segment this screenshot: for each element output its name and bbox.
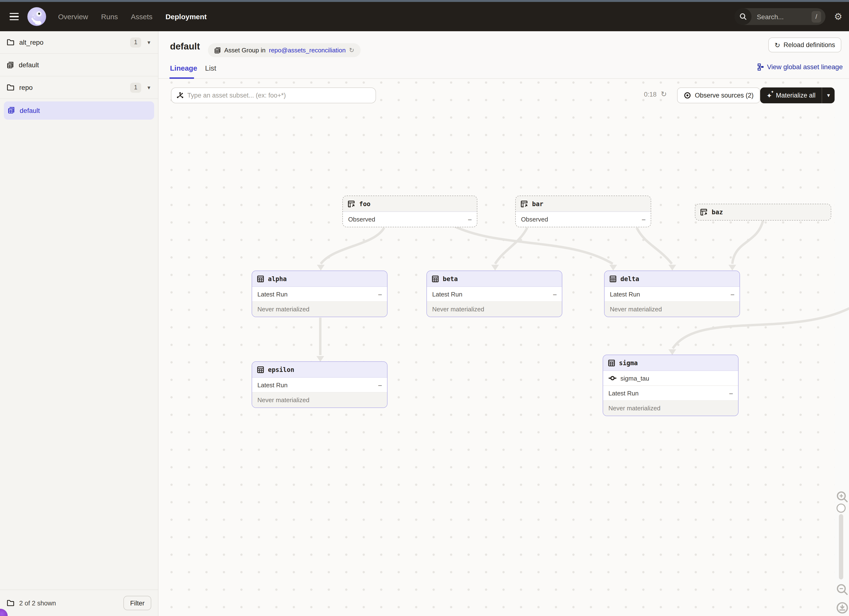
- asset-count-badge: 1: [130, 82, 141, 92]
- asset-node-header: baz: [696, 204, 831, 220]
- asset-group-pill: Asset Group in repo@assets_reconciliatio…: [208, 43, 360, 57]
- asset-status-row: Never materialized: [605, 302, 740, 317]
- lineage-graph-icon: [758, 63, 764, 70]
- materialize-options-caret[interactable]: ▼: [822, 93, 835, 98]
- zoom-in-icon[interactable]: [836, 491, 849, 503]
- subset-placeholder: Type an asset subset... (ex: foo+*): [187, 92, 286, 99]
- nav-runs[interactable]: Runs: [101, 12, 118, 21]
- zoom-slider-handle[interactable]: [837, 504, 846, 513]
- asset-group-icon: [214, 47, 221, 54]
- asset-status-row: Never materialized: [252, 392, 387, 407]
- chevron-down-icon[interactable]: ▼: [146, 40, 151, 45]
- asset-count-badge: 1: [130, 37, 141, 47]
- asset-node-baz[interactable]: baz: [695, 204, 831, 221]
- zoom-controls: [835, 79, 849, 616]
- folder-icon: [7, 39, 14, 46]
- asset-subset-input[interactable]: Type an asset subset... (ex: foo+*): [171, 88, 376, 103]
- asset-status-row: Never materialized: [427, 302, 562, 317]
- sidebar-item-repo[interactable]: repo 1 ▼: [0, 76, 158, 99]
- asset-stat-row: Latest Run–: [605, 287, 740, 302]
- asset-status-row: Never materialized: [603, 401, 738, 416]
- observe-eye-icon: [684, 92, 691, 99]
- asset-name: epsilon: [268, 366, 294, 373]
- sidebar-item-default-selected[interactable]: default: [0, 99, 158, 122]
- folder-icon: [7, 84, 14, 91]
- asset-group-icon: [8, 107, 15, 114]
- sidebar-item-alt-repo[interactable]: alt_repo 1 ▼: [0, 31, 158, 54]
- window-top-strip: [0, 0, 849, 2]
- asset-node-delta[interactable]: deltaLatest Run–Never materialized: [604, 270, 740, 317]
- materialize-all-button[interactable]: ✦✦ Materialize all: [760, 92, 822, 99]
- page-header: default Asset Group in repo@assets_recon…: [158, 31, 849, 60]
- app-window: Overview Runs Assets Deployment Search..…: [0, 0, 849, 616]
- asset-table-icon: [608, 359, 615, 366]
- folder-icon: [7, 600, 14, 606]
- reload-definitions-button[interactable]: ↻ Reload definitions: [768, 37, 841, 52]
- asset-node-epsilon[interactable]: epsilonLatest Run–Never materialized: [252, 361, 387, 408]
- asset-node-header: foo: [343, 196, 477, 212]
- refresh-icon: ↻: [775, 41, 780, 49]
- asset-stat-row: Latest Run–: [252, 287, 387, 302]
- search-icon: [735, 8, 752, 25]
- nav-assets[interactable]: Assets: [131, 12, 152, 21]
- zoom-out-icon[interactable]: [836, 583, 849, 596]
- refresh-icon[interactable]: ↻: [661, 90, 667, 98]
- lineage-canvas[interactable]: [158, 79, 849, 616]
- asset-node-sigma[interactable]: sigma sigma_tauLatest Run–Never material…: [603, 355, 739, 416]
- shown-count-label: 2 of 2 shown: [19, 600, 56, 607]
- op-selector-icon: [176, 91, 184, 99]
- asset-name: sigma: [619, 359, 638, 366]
- tab-lineage[interactable]: Lineage: [170, 64, 197, 72]
- asset-table-icon: [257, 366, 264, 373]
- asset-name: bar: [532, 200, 543, 207]
- asset-node-bar[interactable]: barObserved–: [515, 195, 651, 227]
- asset-name: baz: [712, 209, 723, 216]
- asset-node-header: beta: [427, 271, 562, 287]
- materialize-all-split-button: ✦✦ Materialize all ▼: [760, 88, 835, 103]
- asset-node-header: bar: [516, 196, 651, 212]
- dagster-logo[interactable]: [27, 7, 46, 26]
- sidebar-item-default-alt[interactable]: default: [0, 54, 158, 76]
- primary-nav: Overview Runs Assets Deployment: [58, 12, 207, 21]
- filter-button[interactable]: Filter: [124, 596, 151, 610]
- asset-stat-row: Latest Run–: [603, 386, 738, 401]
- asset-name: beta: [443, 275, 458, 282]
- asset-check-icon: [608, 375, 617, 381]
- observable-source-icon: [700, 209, 708, 216]
- asset-stat-row: Latest Run–: [252, 378, 387, 392]
- asset-table-icon: [257, 275, 264, 282]
- reload-repo-icon[interactable]: ↻: [349, 46, 354, 54]
- asset-node-header: alpha: [252, 271, 387, 287]
- top-nav: Overview Runs Assets Deployment Search..…: [0, 2, 849, 31]
- asset-stat-row: Observed–: [516, 212, 651, 227]
- repo-link[interactable]: repo@assets_reconciliation: [269, 46, 346, 54]
- asset-name: alpha: [268, 275, 287, 282]
- asset-check-row[interactable]: sigma_tau: [603, 371, 738, 386]
- sparkle-icon: ✦✦: [766, 92, 772, 99]
- asset-node-alpha[interactable]: alphaLatest Run–Never materialized: [252, 270, 387, 317]
- observe-sources-button[interactable]: Observe sources (2): [677, 88, 760, 103]
- asset-node-beta[interactable]: betaLatest Run–Never materialized: [426, 270, 562, 317]
- search-input[interactable]: Search... /: [735, 8, 825, 25]
- chevron-down-icon[interactable]: ▼: [146, 85, 151, 90]
- asset-node-header: delta: [605, 271, 740, 287]
- gear-icon[interactable]: ⚙: [834, 12, 842, 21]
- hamburger-menu-icon[interactable]: [4, 7, 24, 26]
- nav-overview[interactable]: Overview: [58, 12, 88, 21]
- asset-stat-row: Observed–: [343, 212, 477, 227]
- asset-status-row: Never materialized: [252, 302, 387, 317]
- asset-name: foo: [359, 200, 371, 207]
- selected-asset-group[interactable]: default: [4, 101, 154, 119]
- asset-stat-row: Latest Run–: [427, 287, 562, 302]
- asset-node-foo[interactable]: fooObserved–: [343, 195, 477, 227]
- export-image-icon[interactable]: [836, 602, 849, 614]
- observable-source-icon: [521, 200, 528, 207]
- nav-deployment[interactable]: Deployment: [165, 12, 207, 21]
- search-placeholder: Search...: [757, 13, 784, 21]
- view-global-lineage-link[interactable]: View global asset lineage: [758, 63, 843, 71]
- tab-list[interactable]: List: [205, 64, 216, 72]
- zoom-slider-track[interactable]: [839, 514, 843, 579]
- search-shortcut-badge: /: [812, 11, 821, 22]
- page-title: default: [170, 41, 200, 52]
- repo-sidebar: alt_repo 1 ▼ default repo 1 ▼ default 2 …: [0, 31, 158, 616]
